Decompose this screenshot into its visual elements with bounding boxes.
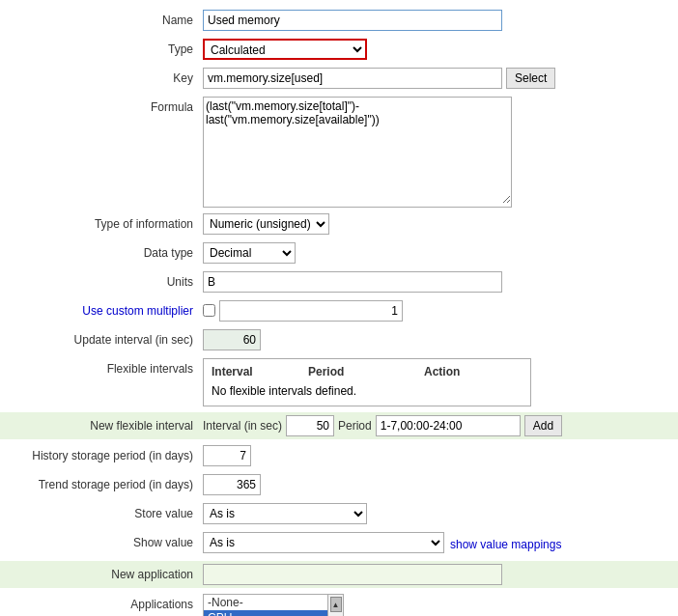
period-label: Period [338,419,372,433]
interval-in-sec-label: Interval (in sec) [203,419,282,433]
flexible-row: Flexible intervals Interval Period Actio… [0,358,678,406]
name-input[interactable] [203,10,502,31]
app-list-item[interactable]: -None- [204,595,327,610]
data-type-field-col: Decimal Octal Hexadecimal Boolean [203,242,678,264]
show-value-field-col: As is show value mappings [203,532,678,553]
name-row: Name [0,10,678,33]
show-value-row: Show value As is show value mappings [0,532,678,555]
units-label: Units [0,271,203,289]
update-field-col [203,329,678,350]
type-field-col: Calculated Zabbix agent Zabbix trapper S… [203,39,678,60]
multiplier-label: Use custom multiplier [0,300,203,318]
form-container: Name Type Calculated Zabbix agent Zabbix… [0,0,678,616]
show-value-select[interactable]: As is [203,532,444,553]
key-row: Key Select [0,68,678,91]
type-info-row: Type of information Numeric (unsigned) N… [0,213,678,237]
data-type-select[interactable]: Decimal Octal Hexadecimal Boolean [203,242,296,264]
key-label: Key [0,68,203,85]
type-label: Type [0,39,203,56]
scrollbar-up[interactable]: ▲ [330,597,342,612]
new-flexible-field-col: Interval (in sec) Period Add [203,415,678,436]
store-select[interactable]: As is Delta (speed per second) Delta (si… [203,503,367,524]
formula-wrapper: (last("vm.memory.size[total]")- last("vm… [203,97,512,208]
applications-row: Applications -None- CPU Filesystems ▲ ▼ [0,594,678,616]
formula-row: Formula (last("vm.memory.size[total]")- … [0,97,678,208]
flexible-empty-text: No flexible intervals defined. [212,384,356,398]
type-select[interactable]: Calculated Zabbix agent Zabbix trapper S… [203,39,367,60]
name-field-col [203,10,678,31]
store-row: Store value As is Delta (speed per secon… [0,503,678,526]
app-list-item[interactable]: CPU [204,610,327,616]
flex-col-interval-header: Interval [212,365,308,378]
units-input[interactable] [203,271,502,293]
update-row: Update interval (in sec) [0,329,678,352]
type-info-select[interactable]: Numeric (unsigned) Numeric (float) Chara… [203,213,329,235]
flexible-box: Interval Period Action No flexible inter… [203,358,531,406]
interval-sec-input[interactable] [286,415,334,436]
show-value-mappings-link[interactable]: show value mappings [450,534,561,551]
select-button[interactable]: Select [506,68,555,89]
multiplier-input[interactable] [219,300,403,322]
update-label: Update interval (in sec) [0,329,203,347]
add-button[interactable]: Add [524,415,562,436]
history-input[interactable] [203,445,251,466]
new-app-input[interactable] [203,564,502,585]
trend-field-col [203,474,678,495]
flex-col-action-header: Action [424,365,521,378]
applications-box: -None- CPU Filesystems ▲ ▼ [203,594,344,616]
type-info-field-col: Numeric (unsigned) Numeric (float) Chara… [203,213,678,235]
data-type-label: Data type [0,242,203,260]
history-label: History storage period (in days) [0,445,203,462]
store-label: Store value [0,503,203,520]
store-field-col: As is Delta (speed per second) Delta (si… [203,503,678,524]
formula-field-col: (last("vm.memory.size[total]")- last("vm… [203,97,678,208]
trend-row: Trend storage period (in days) [0,474,678,497]
new-flexible-row: New flexible interval Interval (in sec) … [0,412,678,439]
new-app-field-col [203,564,678,585]
key-field-col: Select [203,68,678,89]
history-row: History storage period (in days) [0,445,678,468]
period-input[interactable] [376,415,521,436]
formula-textarea[interactable]: (last("vm.memory.size[total]")- last("vm… [204,98,511,204]
new-app-row: New application [0,561,678,588]
history-field-col [203,445,678,466]
units-field-col [203,271,678,293]
multiplier-checkbox[interactable] [203,304,215,317]
new-app-label: New application [0,564,203,581]
flexible-header: Interval Period Action [204,363,530,380]
flexible-label: Flexible intervals [0,358,203,376]
data-type-row: Data type Decimal Octal Hexadecimal Bool… [0,242,678,266]
applications-label: Applications [0,594,203,611]
units-row: Units [0,271,678,294]
update-input[interactable] [203,329,261,350]
type-info-label: Type of information [0,213,203,231]
show-value-label: Show value [0,532,203,549]
flex-col-period-header: Period [308,365,424,378]
applications-field-col: -None- CPU Filesystems ▲ ▼ [203,594,678,616]
app-list: -None- CPU Filesystems [203,594,328,616]
flexible-body: No flexible intervals defined. [204,380,530,402]
multiplier-row: Use custom multiplier [0,300,678,323]
key-input[interactable] [203,68,502,89]
trend-label: Trend storage period (in days) [0,474,203,491]
scrollbar[interactable]: ▲ ▼ [328,594,344,616]
new-flexible-label: New flexible interval [0,415,203,433]
name-label: Name [0,10,203,27]
formula-label: Formula [0,97,203,114]
type-row: Type Calculated Zabbix agent Zabbix trap… [0,39,678,62]
trend-input[interactable] [203,474,261,495]
multiplier-field-col [203,300,678,322]
flexible-field-col: Interval Period Action No flexible inter… [203,358,678,406]
